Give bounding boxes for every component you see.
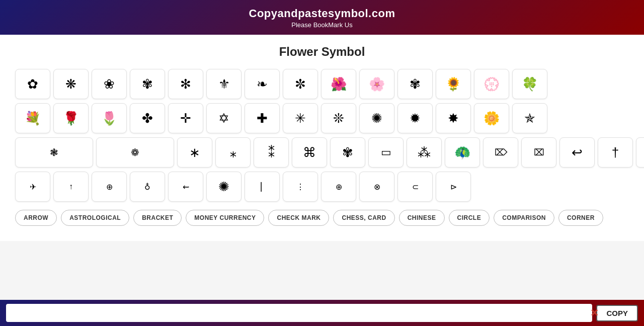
symbol-cell[interactable]: 🦚 — [445, 137, 480, 168]
symbol-cell[interactable]: ⊕ — [92, 172, 127, 202]
symbol-cell[interactable]: 🌸 — [359, 69, 394, 99]
symbol-cell[interactable]: ✈ — [15, 172, 50, 202]
category-arrow[interactable]: ARROW — [15, 210, 57, 226]
category-astrological[interactable]: ASTROLOGICAL — [61, 210, 129, 226]
category-circle[interactable]: CIRCLE — [449, 210, 490, 226]
symbol-cell[interactable]: ⌧ — [521, 137, 556, 168]
symbol-cell[interactable]: ↩ — [559, 137, 595, 168]
symbol-cell[interactable]: ✼ — [283, 69, 318, 99]
symbol-row-3: ❃ ❁ ∗ ⁎ ⁑ ⌘ ✾ ▭ ⁂ 🦚 ⌦ ⌧ ↩ † ♀ ⌁ — [15, 137, 629, 168]
symbol-cell[interactable]: ✹ — [397, 103, 433, 133]
category-corner[interactable]: CORNER — [558, 210, 603, 226]
symbol-cell[interactable]: ✛ — [168, 103, 203, 133]
symbol-cell[interactable]: 💮 — [474, 69, 509, 99]
copy-button[interactable]: COPY — [596, 305, 638, 321]
symbol-cell[interactable]: 🌷 — [92, 103, 127, 133]
symbol-cell[interactable]: ❊ — [321, 103, 356, 133]
site-subtitle: Please BookMark Us — [0, 21, 644, 29]
symbol-cell[interactable]: ⊗ — [359, 172, 394, 202]
symbol-cell[interactable]: ⁑ — [254, 137, 289, 168]
symbol-cell[interactable]: ♀ — [636, 137, 644, 168]
category-chinese[interactable]: CHINESE — [399, 210, 445, 226]
symbol-cell[interactable]: 💐 — [15, 103, 50, 133]
symbol-cell[interactable]: ✾ — [330, 137, 365, 168]
symbol-cell[interactable]: ✤ — [130, 103, 165, 133]
symbol-cell[interactable]: 🍀 — [512, 69, 547, 99]
symbol-cell[interactable]: ✺ — [359, 103, 394, 133]
symbol-cell[interactable]: ⌦ — [483, 137, 518, 168]
symbol-cell[interactable]: ⊕ — [321, 172, 356, 202]
symbol-cell[interactable]: 🌻 — [436, 69, 471, 99]
category-money-currency[interactable]: MONEY CURRENCY — [186, 210, 264, 226]
symbols-grid: ✿ ❋ ❀ ✾ ✻ ⚜ ❧ ✼ 🌺 🌸 ✾ 🌻 💮 🍀 💐 🌹 🌷 ✤ ✛ ✡ … — [15, 69, 629, 202]
main-content: Flower Symbol ✿ ❋ ❀ ✾ ✻ ⚜ ❧ ✼ 🌺 🌸 ✾ 🌻 💮 … — [0, 35, 644, 241]
symbol-cell[interactable]: ⁂ — [407, 137, 442, 168]
symbol-cell[interactable]: ⇜ — [168, 172, 203, 202]
symbol-cell[interactable]: ▭ — [368, 137, 404, 168]
categories-row: ARROW ASTROLOGICAL BRACKET MONEY CURRENC… — [15, 202, 629, 231]
symbol-cell[interactable]: ✸ — [436, 103, 471, 133]
site-title: Copyandpastesymbol.com — [0, 7, 644, 20]
symbol-cell[interactable]: 🌼 — [474, 103, 509, 133]
symbol-row-2: 💐 🌹 🌷 ✤ ✛ ✡ ✚ ✳ ❊ ✺ ✹ ✸ 🌼 ✯ — [15, 103, 629, 133]
symbol-cell[interactable]: ❁ — [96, 137, 174, 168]
search-input[interactable] — [6, 304, 592, 322]
category-comparison[interactable]: COMPARISON — [494, 210, 554, 226]
symbol-cell[interactable]: 🌺 — [321, 69, 356, 99]
search-bar-container: ✕ COPY — [0, 300, 644, 326]
symbol-cell[interactable]: ⌘ — [292, 137, 327, 168]
symbol-cell[interactable]: ✡ — [206, 103, 242, 133]
symbol-cell[interactable]: ✾ — [130, 69, 165, 99]
symbol-cell[interactable]: ⊂ — [397, 172, 433, 202]
category-bracket[interactable]: BRACKET — [133, 210, 182, 226]
category-chess-card[interactable]: CHESS, CARD — [333, 210, 394, 226]
symbol-cell[interactable]: ✻ — [168, 69, 203, 99]
category-check-mark[interactable]: CHECK MARK — [268, 210, 329, 226]
symbol-cell[interactable]: 🌹 — [53, 103, 89, 133]
symbol-cell[interactable]: ✚ — [245, 103, 280, 133]
page-title: Flower Symbol — [15, 45, 629, 59]
symbol-cell[interactable]: ∗ — [177, 137, 212, 168]
symbol-cell[interactable]: ⁎ — [215, 137, 251, 168]
symbol-cell[interactable]: ♁ — [130, 172, 165, 202]
symbol-row-4: ✈ ↑ ⊕ ♁ ⇜ ✺ ⎜ ⋮ ⊕ ⊗ ⊂ ⊳ — [15, 172, 629, 202]
symbol-cell[interactable]: ✺ — [206, 172, 242, 202]
symbol-cell[interactable]: ⎜ — [245, 172, 280, 202]
site-header: Copyandpastesymbol.com Please BookMark U… — [0, 0, 644, 35]
symbol-cell[interactable]: ❋ — [53, 69, 89, 99]
symbol-cell[interactable]: ⋮ — [283, 172, 318, 202]
symbol-cell[interactable]: ✿ — [15, 69, 50, 99]
symbol-cell[interactable]: † — [598, 137, 633, 168]
clear-button[interactable]: ✕ — [590, 307, 599, 319]
symbol-cell[interactable]: ❧ — [245, 69, 280, 99]
symbol-cell[interactable]: ✳ — [283, 103, 318, 133]
symbol-cell[interactable]: ⊳ — [436, 172, 471, 202]
symbol-cell[interactable]: ❀ — [92, 69, 127, 99]
symbol-cell[interactable]: ❃ — [15, 137, 93, 168]
symbol-cell[interactable]: ⚜ — [206, 69, 242, 99]
symbol-row-1: ✿ ❋ ❀ ✾ ✻ ⚜ ❧ ✼ 🌺 🌸 ✾ 🌻 💮 🍀 — [15, 69, 629, 99]
symbol-cell[interactable]: ↑ — [53, 172, 89, 202]
symbol-cell[interactable]: ✯ — [512, 103, 547, 133]
symbol-cell[interactable]: ✾ — [397, 69, 433, 99]
